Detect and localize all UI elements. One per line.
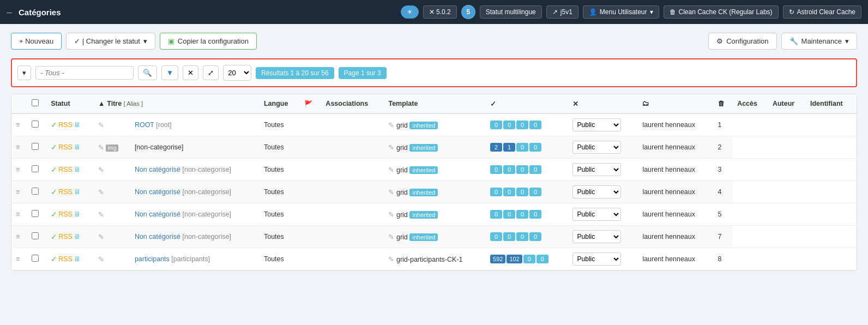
row-checkbox-cell[interactable] xyxy=(27,113,47,136)
status-check-icon[interactable]: ✓ xyxy=(51,210,57,219)
drag-handle[interactable]: ≡ xyxy=(11,203,27,226)
monitor-icon[interactable]: 🖥 xyxy=(74,255,81,263)
edit-icon[interactable]: ✎ xyxy=(98,233,104,241)
rss-icon[interactable]: RSS xyxy=(58,143,73,151)
row-edit-cell[interactable]: ✎ xyxy=(94,226,130,248)
per-page-select[interactable]: 20 50 100 xyxy=(223,65,251,81)
template-edit-icon[interactable]: ✎ xyxy=(388,144,394,152)
edit-icon[interactable]: ✎ xyxy=(98,256,104,263)
row-access-cell[interactable]: Public Registered Special xyxy=(568,159,638,181)
filter-category-dropdown[interactable]: ▾ xyxy=(17,65,31,80)
row-checkbox-cell[interactable] xyxy=(27,136,47,159)
row-checkbox[interactable] xyxy=(32,210,39,217)
status-num-btn[interactable]: 5 xyxy=(461,5,475,19)
row-title-cell[interactable]: Non catégorisé [non-categorise] xyxy=(130,181,260,203)
drag-handle[interactable]: ≡ xyxy=(11,181,27,203)
monitor-icon[interactable]: 🖥 xyxy=(74,233,81,240)
row-edit-cell[interactable]: ✎ xyxy=(94,203,130,226)
row-title-link[interactable]: Non catégorisé xyxy=(135,188,180,196)
titre-sort-link[interactable]: Titre xyxy=(107,100,122,107)
row-access-cell[interactable]: Public Registered Special xyxy=(568,248,638,270)
status-check-icon[interactable]: ✓ xyxy=(51,165,57,174)
row-checkbox-cell[interactable] xyxy=(27,226,47,248)
row-title-link[interactable]: Non catégorisé xyxy=(135,210,180,218)
copy-config-button[interactable]: ▣ Copier la configuration xyxy=(160,33,257,50)
rss-icon[interactable]: RSS xyxy=(58,121,73,129)
row-title-cell[interactable]: participants [participants] xyxy=(130,248,260,270)
drag-handle[interactable]: ≡ xyxy=(11,136,27,159)
template-edit-icon[interactable]: ✎ xyxy=(388,189,394,196)
clear-filter-button[interactable]: ✕ xyxy=(183,65,198,80)
row-access-cell[interactable]: Public Registered Special xyxy=(568,113,638,136)
search-button[interactable]: 🔍 xyxy=(138,65,157,80)
maintenance-button[interactable]: 🔧 Maintenance ▾ xyxy=(781,33,857,50)
clean-cache-btn[interactable]: 🗑 Clean Cache CK (Regular Labs) xyxy=(664,5,779,19)
expand-button[interactable]: ⤢ xyxy=(203,65,219,80)
row-access-cell[interactable]: Public Registered Special xyxy=(568,181,638,203)
access-select[interactable]: Public Registered Special xyxy=(572,230,621,243)
change-status-button[interactable]: ✓ | Changer le statut ▾ xyxy=(66,33,155,50)
row-checkbox[interactable] xyxy=(32,121,39,128)
row-access-cell[interactable]: Public Registered Special xyxy=(568,136,638,159)
id-sort-link[interactable]: Identifiant xyxy=(810,100,843,107)
row-access-cell[interactable]: Public Registered Special xyxy=(568,203,638,226)
astroid-cache-btn[interactable]: ↻ Astroid Clear Cache xyxy=(783,5,861,19)
edit-icon[interactable]: ✎ xyxy=(98,189,104,196)
rss-icon[interactable]: RSS xyxy=(58,188,73,196)
new-button[interactable]: + Nouveau xyxy=(11,33,62,50)
template-edit-icon[interactable]: ✎ xyxy=(388,166,394,174)
select-all-checkbox[interactable] xyxy=(32,99,39,106)
row-checkbox[interactable] xyxy=(32,165,39,172)
row-checkbox-cell[interactable] xyxy=(27,248,47,270)
row-checkbox[interactable] xyxy=(32,255,39,262)
rss-icon[interactable]: RSS xyxy=(58,210,73,218)
row-checkbox[interactable] xyxy=(32,232,39,239)
filter-button[interactable]: ▼ xyxy=(161,65,178,80)
auteur-sort-link[interactable]: Auteur xyxy=(773,100,794,107)
rss-icon[interactable]: RSS xyxy=(58,166,73,173)
acces-sort-link[interactable]: Accès xyxy=(737,100,757,107)
row-edit-cell[interactable]: ✎ xyxy=(94,159,130,181)
th-titre[interactable]: ▲Titre [ Alias ] xyxy=(94,94,260,113)
drag-handle[interactable]: ≡ xyxy=(11,248,27,270)
status-check-icon[interactable]: ✓ xyxy=(51,255,57,263)
access-select[interactable]: Public Registered Special xyxy=(572,118,621,131)
template-edit-icon[interactable]: ✎ xyxy=(388,122,394,129)
row-checkbox-cell[interactable] xyxy=(27,181,47,203)
edit-icon[interactable]: ✎ xyxy=(98,122,104,129)
edit-icon[interactable]: ✎ xyxy=(98,211,104,219)
monitor-icon[interactable]: 🖥 xyxy=(74,143,81,151)
th-identifiant[interactable]: Identifiant xyxy=(806,94,857,113)
status-check-icon[interactable]: ✓ xyxy=(51,232,57,241)
theme-toggle-btn[interactable]: ☀ xyxy=(401,5,419,19)
row-title-link[interactable]: participants xyxy=(135,255,170,263)
th-acces[interactable]: Accès xyxy=(733,94,768,113)
access-select[interactable]: Public Registered Special xyxy=(572,163,621,176)
row-title-cell[interactable]: ROOT [root] xyxy=(130,113,260,136)
row-edit-cell[interactable]: ✎ xyxy=(94,181,130,203)
search-input[interactable] xyxy=(40,69,106,77)
row-access-cell[interactable]: Public Registered Special xyxy=(568,226,638,248)
status-check-icon[interactable]: ✓ xyxy=(51,121,57,129)
row-title-cell[interactable]: [non-categorise] xyxy=(130,136,260,159)
row-title-link[interactable]: Non catégorisé xyxy=(135,166,180,173)
langue-sort-link[interactable]: Langue xyxy=(264,100,288,107)
row-title-cell[interactable]: Non catégorisé [non-categorise] xyxy=(130,226,260,248)
template-edit-icon[interactable]: ✎ xyxy=(388,256,394,263)
th-checkbox[interactable] xyxy=(27,94,47,113)
th-langue[interactable]: Langue xyxy=(260,94,300,113)
row-title-cell[interactable]: Non catégorisé [non-categorise] xyxy=(130,159,260,181)
rss-icon[interactable]: RSS xyxy=(58,255,73,263)
rss-icon[interactable]: RSS xyxy=(58,233,73,240)
row-edit-cell[interactable]: ✎ img xyxy=(94,136,130,159)
drag-handle[interactable]: ≡ xyxy=(11,113,27,136)
row-checkbox-cell[interactable] xyxy=(27,159,47,181)
link-btn[interactable]: ↗ j5v1 xyxy=(546,5,578,19)
row-checkbox-cell[interactable] xyxy=(27,203,47,226)
th-auteur[interactable]: Auteur xyxy=(768,94,806,113)
access-select[interactable]: Public Registered Special xyxy=(572,185,621,198)
statut-sort-link[interactable]: Statut xyxy=(51,100,70,107)
template-edit-icon[interactable]: ✎ xyxy=(388,233,394,241)
status-check-icon[interactable]: ✓ xyxy=(51,188,57,196)
monitor-icon[interactable]: 🖥 xyxy=(74,121,81,129)
